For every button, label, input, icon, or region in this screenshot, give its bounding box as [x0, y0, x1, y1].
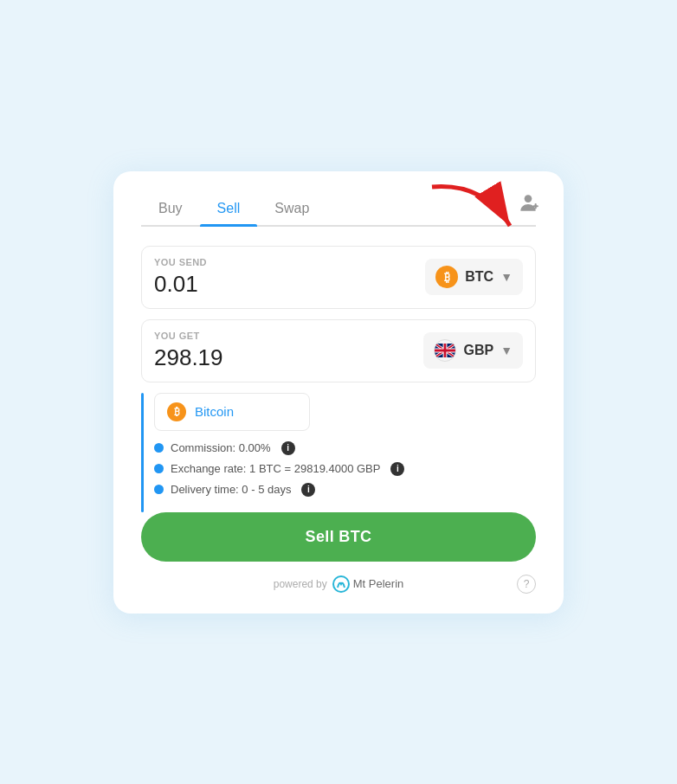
get-currency-code: GBP	[463, 343, 493, 358]
delivery-time-text: Delivery time: 0 - 5 days	[171, 483, 291, 496]
gbp-flag-icon	[434, 339, 456, 362]
send-label: YOU SEND	[154, 257, 207, 267]
send-currency-code: BTC	[465, 269, 493, 285]
delivery-time-row: Delivery time: 0 - 5 days i	[154, 483, 536, 497]
bitcoin-label: Bitcoin	[195, 404, 234, 419]
tab-swap[interactable]: Swap	[257, 196, 326, 225]
delivery-time-info-icon[interactable]: i	[301, 483, 315, 497]
send-currency-chevron: ▼	[500, 270, 513, 284]
tabs-container: Buy Sell Swap	[141, 196, 536, 227]
send-section: YOU SEND 0.01 ₿ BTC ▼	[141, 246, 536, 309]
pelerin-logo: Mt Pelerin	[332, 575, 404, 593]
get-input-area: YOU GET 298.19	[154, 331, 223, 371]
footer: powered by Mt Pelerin ?	[141, 575, 536, 593]
info-section: ₿ Bitcoin Commission: 0.00% i Exchange r…	[141, 393, 536, 512]
commission-info-icon[interactable]: i	[281, 441, 295, 455]
commission-row: Commission: 0.00% i	[154, 441, 536, 455]
bitcoin-selector[interactable]: ₿ Bitcoin	[154, 393, 310, 431]
delivery-time-bullet	[154, 485, 164, 494]
main-card: Buy Sell Swap YOU SEND 0.01 ₿ BTC ▼ YOU …	[113, 171, 564, 614]
get-currency-chevron: ▼	[500, 344, 513, 357]
tab-sell[interactable]: Sell	[200, 196, 258, 225]
powered-by-text: powered by	[274, 578, 327, 590]
get-label: YOU GET	[154, 331, 223, 341]
get-currency-selector[interactable]: GBP ▼	[423, 332, 523, 369]
get-section: YOU GET 298.19 GBP ▼	[141, 319, 536, 382]
btc-icon: ₿	[435, 266, 458, 288]
tab-buy[interactable]: Buy	[141, 196, 200, 225]
exchange-rate-bullet	[154, 464, 164, 473]
blue-bar	[141, 393, 144, 512]
exchange-rate-info-icon[interactable]: i	[390, 462, 404, 476]
commission-bullet	[154, 443, 164, 453]
sell-button[interactable]: Sell BTC	[141, 512, 536, 562]
commission-text: Commission: 0.00%	[171, 441, 271, 454]
get-value[interactable]: 298.19	[154, 344, 223, 371]
exchange-rate-text: Exchange rate: 1 BTC = 29819.4000 GBP	[171, 462, 380, 475]
send-input-area: YOU SEND 0.01	[154, 257, 207, 298]
pelerin-brand: Mt Pelerin	[353, 577, 404, 590]
help-button[interactable]: ?	[517, 575, 536, 594]
info-list: Commission: 0.00% i Exchange rate: 1 BTC…	[154, 441, 536, 497]
bitcoin-icon: ₿	[167, 402, 186, 421]
send-value[interactable]: 0.01	[154, 271, 207, 298]
send-currency-selector[interactable]: ₿ BTC ▼	[425, 259, 523, 295]
exchange-rate-row: Exchange rate: 1 BTC = 29819.4000 GBP i	[154, 462, 536, 476]
pelerin-icon	[332, 575, 350, 593]
